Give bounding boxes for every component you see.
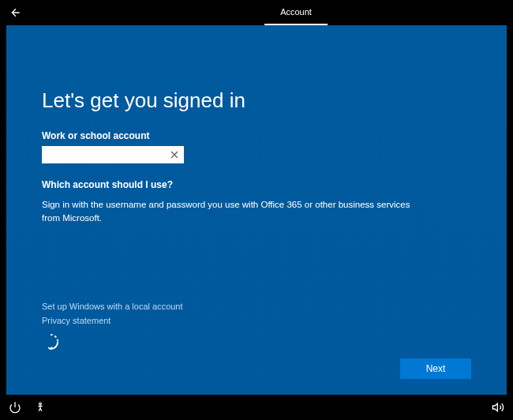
account-input[interactable] [42,146,184,163]
page-title: Let's get you signed in [42,88,471,113]
tab-bar: Account [185,0,328,25]
button-row: Next [42,358,471,379]
back-button[interactable] [0,0,32,25]
accessibility-button[interactable] [33,400,47,414]
bottom-right-icons [491,400,505,414]
clear-input-button[interactable] [168,148,181,161]
speaker-icon [492,401,504,414]
power-icon [9,401,21,414]
next-button[interactable]: Next [400,358,471,379]
tab-account[interactable]: Account [264,0,328,25]
account-input-wrap [42,146,184,163]
svg-marker-1 [492,403,497,411]
svg-point-0 [39,403,42,405]
loading-spinner [42,333,59,351]
bottom-left-icons [8,400,47,414]
tab-label: Account [280,7,312,17]
close-icon [168,148,181,161]
volume-button[interactable] [491,400,505,414]
title-bar: Account [0,0,513,25]
help-heading: Which account should I use? [42,179,471,190]
arrow-left-icon [9,6,22,19]
account-field-label: Work or school account [42,130,471,141]
content-area: Let's get you signed in Work or school a… [6,25,507,395]
local-account-link[interactable]: Set up Windows with a local account [42,302,183,311]
bottom-section: Set up Windows with a local account Priv… [42,302,471,379]
bottom-bar [0,395,513,420]
help-text: Sign in with the username and password y… [42,198,413,226]
accessibility-icon [34,401,47,414]
privacy-link[interactable]: Privacy statement [42,316,110,325]
spinner-icon [42,333,59,351]
power-button[interactable] [8,400,22,414]
